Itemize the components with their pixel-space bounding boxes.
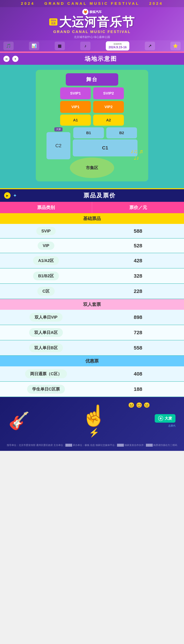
ticket-price-a: 428 [92,253,184,268]
decorative-icons-row: 🎵 📊 ▦ ♪ 活动时间 2024.9.15-16 ↗ ⭐ [0,40,184,52]
ticket-play-button[interactable]: ▶ [4,192,11,199]
date-label: 活动时间 [114,43,122,46]
lightning-deco: ⚡ [89,428,99,438]
field-background: 舞台 SVIP1 SVIP2 VIP1 VIP2 A1 A2 大屏 C2 [36,70,148,182]
c2-section: 大屏 C2 [47,127,70,159]
ticket-row-a: A1/A2区 428 [0,253,184,268]
col-type-header: 票品类别 [0,202,92,213]
ticket-price-svip: 588 [92,224,184,238]
vip-row: VIP1 VIP2 [60,101,124,113]
agent-label: 总票代 [168,424,175,428]
ticket-row-couple-b: 双人单日B区 558 [0,340,184,356]
deco-grid-icon: ▦ [55,42,65,50]
year-badge: 2024 北京 [49,18,57,26]
ticket-name-wrapper-a: A1/A2区 [33,256,59,265]
top-year-left: 2024 [21,1,35,6]
ticket-price-couple-a: 728 [92,325,184,340]
music-notes-deco: ♪♫ ♬ ♩♪ [131,148,143,161]
ticket-name-vip: VIP [0,238,92,253]
a-row: A1 A2 [60,114,124,126]
ticket-row-twoday: 两日通票（C区） 408 [0,366,184,382]
damai-logo-icon: 麦 [158,416,163,421]
pink-stripe [0,52,184,53]
ticket-price-student: 188 [92,382,184,397]
brand-logo: 🦊 极狐汽车 [82,9,102,15]
ticket-name-wrapper-b: B1/B2区 [33,272,59,280]
damai-logo: 麦 大麦 [155,414,175,423]
brand-name: 极狐汽车 [89,10,102,14]
ticket-name-svip: SVIP [0,224,92,238]
a2-zone: A2 [93,114,124,126]
stage-zone: 舞台 [66,73,118,86]
ticket-name-wrapper-couple-a: 双人单日A区 [29,328,63,337]
damai-text: 大麦 [165,416,172,421]
ticket-name-wrapper-svip: SVIP [36,227,56,235]
deco-star-icon: ⭐ [170,42,180,50]
fox-icon: 🦊 [82,9,88,15]
svip2-zone: SVIP2 [93,88,124,99]
b2-zone: B2 [106,127,137,138]
discount-section-header: 优惠票 [0,356,184,366]
footer-section: 😐 😊 😐 🎸 ☝ ⚡ 麦 大麦 总票代 指导单位：北京市委宣传部 通州区委区政… [0,397,184,451]
ticket-name-b: B1/B2区 [0,268,92,284]
vip1-zone: VIP1 [60,101,91,113]
festival-title: 大运河音乐节 [59,16,135,28]
ticket-name-twoday: 两日通票（C区） [0,366,92,381]
prev-button[interactable]: ⏮ [4,56,10,62]
ticket-name-wrapper-c: C区 [37,287,54,296]
svip-row: SVIP1 SVIP2 [60,88,124,99]
ticket-price-couple-b: 558 [92,340,184,355]
ticket-name-a: A1/A2区 [0,253,92,268]
sparkle-icon: ✦ [13,193,17,198]
location-row: 北京城市副中心·绿心森林公园 [0,35,184,40]
top-bar: 2024 GRAND CANAL MUSIC FESTIVAL 2024 [0,0,184,7]
ticket-name-student: 学生单日C区票 [0,382,92,397]
ticket-name-wrapper-student: 学生单日C区票 [27,385,65,394]
ticket-row-student: 学生单日C区票 188 [0,382,184,397]
ticket-name-wrapper-couple-vip: 双人单日VIP [30,313,63,322]
c2-zone: C2 [47,132,70,159]
ticket-price-b: 328 [92,268,184,284]
ticket-name-wrapper-twoday: 两日通票（C区） [25,370,67,378]
ticket-name-couple-b: 双人单日B区 [0,340,92,355]
venue-map: 舞台 SVIP1 SVIP2 VIP1 VIP2 A1 A2 大屏 C2 [0,65,184,188]
deco-note-icon: ♪ [80,42,90,50]
pause-button[interactable]: ⏸ [12,56,18,62]
footer-info: 指导单位：北京市委宣传部 通州区委区政府 主办单位：████ 承办单位：极狐 信… [4,443,180,448]
ticket-name-wrapper-vip: VIP [38,242,54,250]
vip2-zone: VIP2 [93,101,124,113]
venue-title: 场地示意图 [21,55,180,63]
c1-zone: C1 [73,140,137,156]
ticket-name-couple-a: 双人单日A区 [0,325,92,340]
badge-city: 北京 [51,22,56,25]
venue-section: ⏮ ⏸ 场地示意图 舞台 SVIP1 SVIP2 VIP1 VIP2 A1 A2 [0,53,184,188]
badge-year: 2024 [51,19,56,22]
ticket-row-vip: VIP 528 [0,238,184,253]
ticket-row-c: C区 228 [0,284,184,299]
footer-center: ☝ ⚡ [33,404,155,438]
b1-zone: B1 [73,127,104,138]
couple-section-header: 双人套票 [0,299,184,310]
ticket-price-twoday: 408 [92,366,184,381]
footer-right: 麦 大麦 总票代 [155,414,175,428]
ticket-name-c: C区 [0,284,92,299]
guitar-deco: 🎸 [9,411,30,431]
hand-deco: ☝ [81,404,107,428]
bottom-row: 大屏 C2 B1 B2 C1 [47,127,137,159]
ticket-title: 票品及票价 [19,192,180,200]
date-value: 2024.9.15-16 [109,46,127,49]
ticket-row-svip: SVIP 588 [0,224,184,238]
col-price-header: 票价／元 [92,202,184,213]
deco-chart-icon: 📊 [29,42,39,50]
emoji-faces-deco: 😐 😊 😐 [128,402,150,408]
ticket-price-couple-vip: 898 [92,310,184,325]
ticket-section: ▶ ✦ 票品及票价 票品类别 票价／元 基础票品 SVIP 588 VIP 52… [0,189,184,397]
c1-section: B1 B2 C1 [73,127,137,156]
top-year-right: 2024 [149,1,163,6]
brand-row: 🦊 极狐汽车 [0,7,184,16]
screen-label: 大屏 [54,127,62,132]
svip1-zone: SVIP1 [60,88,91,99]
b-row: B1 B2 [73,127,137,138]
date-badge: 活动时间 2024.9.15-16 [106,41,129,50]
footer-top: 🎸 ☝ ⚡ 麦 大麦 总票代 [4,400,180,439]
